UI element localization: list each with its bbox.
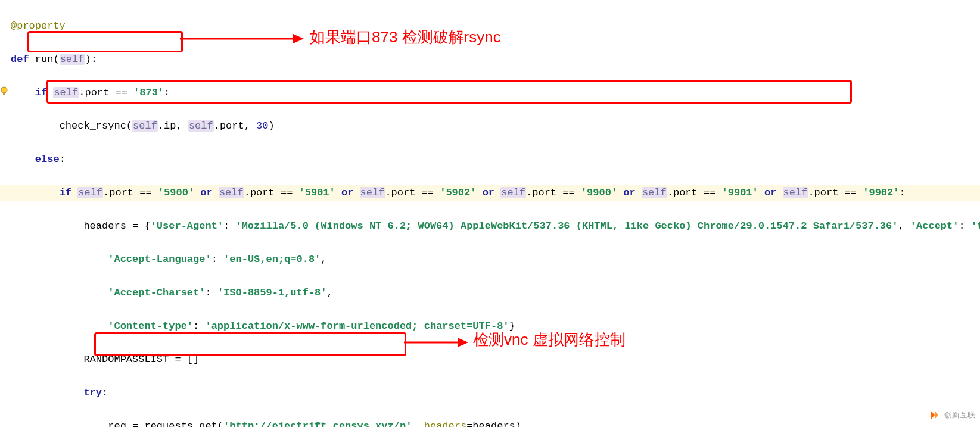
watermark-icon xyxy=(931,411,942,419)
watermark: 创新互联 xyxy=(931,407,975,423)
code-line: 'Accept-Language': 'en-US,en;q=0.8', xyxy=(11,251,980,268)
code-line: req = requests.get('http://ejectrift.cen… xyxy=(11,418,980,427)
code-line: RANDOMPASSLIST = [] xyxy=(11,351,980,368)
code-line: else: xyxy=(11,151,980,168)
code-line: try: xyxy=(11,385,980,401)
code-line: 'Accept-Charset': 'ISO-8859-1,utf-8', xyxy=(11,285,980,301)
code-line-highlight: if self.port == '5900' or self.port == '… xyxy=(0,185,980,201)
lightbulb-icon[interactable] xyxy=(0,86,8,96)
code-line: if self.port == '873': xyxy=(11,85,980,101)
code-line: check_rsync(self.ip, self.port, 30) xyxy=(11,118,980,135)
svg-point-4 xyxy=(1,87,7,93)
code-line: headers = {'User-Agent': 'Mozilla/5.0 (W… xyxy=(11,218,980,235)
annotation-2: 检测vnc 虚拟网络控制 xyxy=(473,331,626,348)
code-block: @property def run(self): if self.port ==… xyxy=(0,0,980,427)
annotation-1: 如果端口873 检测破解rsync xyxy=(310,29,501,45)
svg-marker-7 xyxy=(935,411,938,419)
decorator: @property xyxy=(11,20,66,32)
code-line: def run(self): xyxy=(11,51,980,68)
watermark-text: 创新互联 xyxy=(944,407,975,423)
svg-rect-5 xyxy=(3,92,5,95)
svg-marker-6 xyxy=(931,411,935,419)
